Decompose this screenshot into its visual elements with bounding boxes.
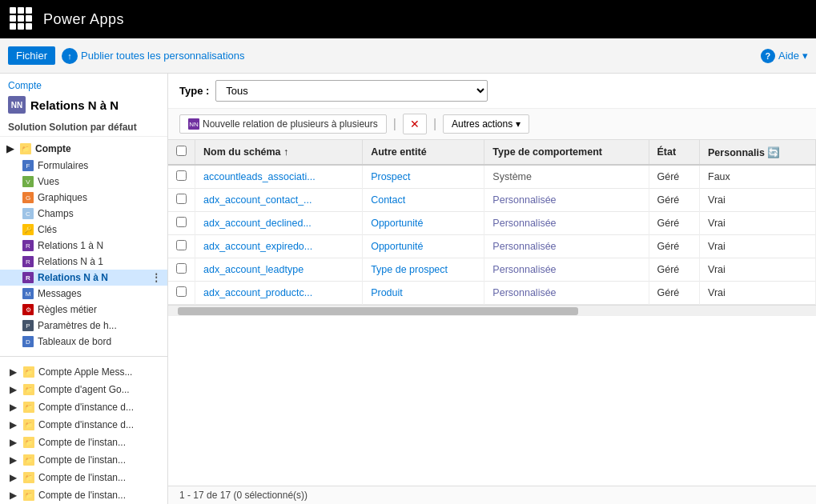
table-row: adx_account_contact_... Contact Personna… [168, 189, 816, 212]
list-item[interactable]: ▶ 📁 Compte d'instance d... [0, 416, 167, 434]
rule-icon: ⚙ [22, 304, 34, 315]
sidebar-item-relations-n-1[interactable]: R Relations N à 1 [0, 254, 167, 270]
cell-schema[interactable]: adx_account_declined... [195, 212, 363, 235]
cell-schema[interactable]: adx_account_expiredо... [195, 235, 363, 258]
file-button[interactable]: Fichier [8, 46, 55, 65]
cell-checkbox[interactable] [168, 258, 195, 282]
cell-entity[interactable]: Opportunité [363, 235, 484, 258]
col-entity[interactable]: Autre entité [363, 140, 484, 165]
autres-actions-button[interactable]: Autres actions ▾ [443, 114, 529, 134]
collapse-icon: ▶ [3, 142, 16, 155]
page-title-icon: NN [8, 96, 26, 114]
waffle-menu[interactable] [10, 7, 34, 31]
cell-schema[interactable]: adx_account_productc... [195, 282, 363, 305]
sidebar-item-champs[interactable]: C Champs [0, 206, 167, 222]
cell-entity[interactable]: Contact [363, 189, 484, 212]
list-item[interactable]: ▶ 📁 Compte d'agent Go... [0, 381, 167, 398]
sidebar-item-graphiques[interactable]: G Graphiques [0, 190, 167, 206]
cell-etat: Géré [649, 258, 700, 282]
row-checkbox[interactable] [176, 194, 187, 204]
cell-checkbox[interactable] [168, 235, 195, 258]
cell-schema[interactable]: adx_account_contact_... [195, 189, 363, 212]
sidebar-item-compte[interactable]: ▶ 📁 Compte [0, 140, 167, 158]
pagination-bar: 1 - 17 de 17 (0 sélectionné(s)) [168, 486, 816, 504]
expand-icon: ▶ [6, 366, 19, 378]
list-item[interactable]: ▶ 📁 Compte de l'instan... [0, 434, 167, 451]
sidebar-item-relations-1-n[interactable]: R Relations 1 à N [0, 238, 167, 254]
type-filter-row: Type : Tous Système Personnalisée [168, 74, 816, 109]
sidebar-item-messages[interactable]: M Messages [0, 286, 167, 302]
row-checkbox[interactable] [176, 240, 187, 250]
key-icon: 🔑 [22, 224, 34, 235]
table-row: accountleads_associati... Prospect Systè… [168, 165, 816, 189]
form-icon: F [22, 160, 34, 171]
col-type[interactable]: Type de comportement [484, 140, 649, 165]
new-relation-button[interactable]: NN Nouvelle relation de plusieurs à plus… [179, 114, 387, 134]
entity-icon: 📁 [23, 472, 34, 483]
cell-type: Personnalisée [484, 212, 649, 235]
dash-icon: D [22, 336, 34, 347]
row-checkbox[interactable] [176, 170, 187, 181]
cell-type: Personnalisée [484, 235, 649, 258]
list-item[interactable]: ▶ 📁 Compte de l'instan... [0, 451, 167, 469]
entity-icon: 📁 [23, 437, 34, 448]
expand-icon: ▶ [6, 401, 19, 414]
cell-entity[interactable]: Type de prospect [363, 258, 484, 282]
row-checkbox[interactable] [176, 217, 187, 227]
list-item[interactable]: ▶ 📁 Compte de l'instan... [0, 486, 167, 504]
separator: | [392, 117, 398, 131]
col-checkbox[interactable] [168, 140, 195, 165]
cell-checkbox[interactable] [168, 212, 195, 235]
col-schema[interactable]: Nom du schéma ↑ [195, 140, 363, 165]
row-checkbox[interactable] [176, 263, 187, 274]
cell-type: Système [484, 165, 649, 189]
col-etat[interactable]: État [649, 140, 700, 165]
type-select[interactable]: Tous Système Personnalisée [215, 80, 488, 102]
autres-label: Autres actions [452, 118, 513, 130]
list-item[interactable]: ▶ 📁 Compte d'instance d... [0, 398, 167, 416]
new-relation-label: Nouvelle relation de plusieurs à plusieu… [203, 118, 378, 130]
horizontal-scrollbar[interactable] [168, 305, 816, 316]
list-item[interactable]: ▶ 📁 Compte Apple Mess... [0, 363, 167, 381]
publish-link[interactable]: ↑ Publier toutes les personnalisations [62, 48, 245, 64]
col-perso[interactable]: Personnalis 🔄 [700, 140, 816, 165]
solution-label: Solution Solution par défaut [0, 118, 167, 137]
cell-perso: Faux [700, 165, 816, 189]
relations-table: Nom du schéma ↑ Autre entité Type de com… [168, 140, 816, 305]
row-checkbox[interactable] [176, 286, 187, 297]
entity-icon: 📁 [23, 419, 34, 430]
context-menu-icon[interactable]: ⋮ [151, 272, 161, 283]
chart-icon: G [22, 192, 34, 203]
cell-entity[interactable]: Produit [363, 282, 484, 305]
cell-checkbox[interactable] [168, 282, 195, 305]
action-bar: NN Nouvelle relation de plusieurs à plus… [168, 109, 816, 140]
cell-entity[interactable]: Prospect [363, 165, 484, 189]
entity-icon: 📁 [23, 402, 34, 413]
sidebar-item-vues[interactable]: V Vues [0, 174, 167, 190]
sidebar-item-tableaux[interactable]: D Tableaux de bord [0, 334, 167, 350]
sidebar-item-cles[interactable]: 🔑 Clés [0, 222, 167, 238]
sidebar-item-regles[interactable]: ⚙ Règles métier [0, 302, 167, 318]
sidebar: Compte NN Relations N à N Solution Solut… [0, 74, 168, 504]
msg-icon: M [22, 288, 34, 299]
delete-button[interactable]: ✕ [403, 114, 427, 134]
select-all-checkbox[interactable] [176, 146, 187, 156]
app-title: Power Apps [43, 11, 124, 28]
help-link[interactable]: ? Aide ▾ [761, 49, 808, 63]
sidebar-item-parametres[interactable]: P Paramètres de h... [0, 318, 167, 334]
cell-checkbox[interactable] [168, 189, 195, 212]
sidebar-item-relations-n-n[interactable]: R Relations N à N ⋮ [0, 270, 167, 286]
entity-icon: 📁 [20, 143, 31, 154]
breadcrumb[interactable]: Compte [8, 80, 159, 91]
cell-checkbox[interactable] [168, 165, 195, 189]
cell-schema[interactable]: adx_account_leadtype [195, 258, 363, 282]
sidebar-page-title-row: NN Relations N à N [0, 94, 167, 118]
cell-entity[interactable]: Opportunité [363, 212, 484, 235]
expand-icon: ▶ [6, 454, 19, 466]
list-item[interactable]: ▶ 📁 Compte de l'instan... [0, 469, 167, 486]
cell-schema[interactable]: accountleads_associati... [195, 165, 363, 189]
sidebar-item-formulaires[interactable]: F Formulaires [0, 158, 167, 174]
table-body: accountleads_associati... Prospect Systè… [168, 165, 816, 305]
cell-type: Personnalisée [484, 258, 649, 282]
page-title: Relations N à N [30, 98, 119, 112]
